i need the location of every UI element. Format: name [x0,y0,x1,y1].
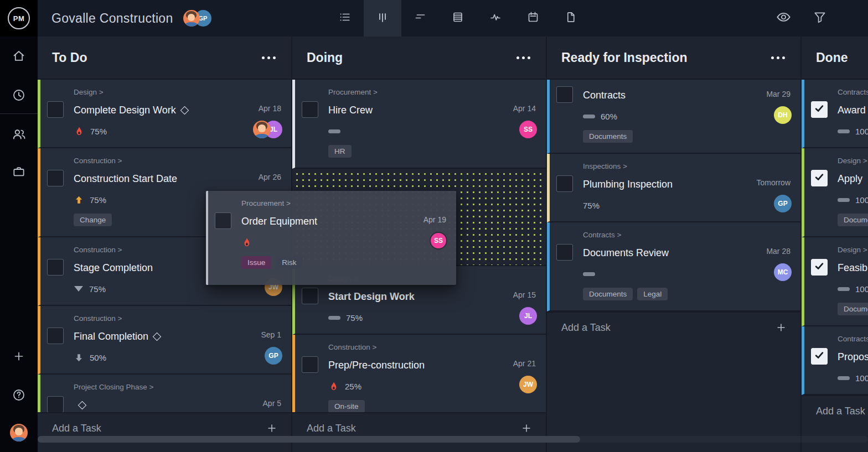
column-menu-button[interactable] [516,53,530,63]
task-tag[interactable]: Change [74,214,112,226]
task-title[interactable]: Complete Design Work [74,105,176,116]
task-checkbox[interactable] [47,396,64,413]
task-card[interactable]: Contracts >Documents ReviewDocumentsLega… [547,222,800,311]
user-photo-avatar[interactable] [10,424,28,441]
task-checkbox[interactable] [811,348,828,365]
column-menu-button[interactable] [262,53,276,63]
task-checkbox[interactable] [302,356,318,373]
user-photo-avatar[interactable] [253,121,271,138]
task-checkbox[interactable] [811,101,828,118]
task-phase-link[interactable]: Contracts > [838,335,868,343]
task-card[interactable]: Design >Complete Design Work75%Apr 18JL [38,80,291,148]
tab-list-view[interactable] [326,0,364,37]
task-title[interactable]: Award [838,105,866,116]
task-phase-link[interactable]: Procurement > [328,88,482,96]
tab-document-view[interactable] [552,0,590,37]
tab-board-view[interactable] [364,0,401,37]
task-card[interactable]: Contracts >Award100% [802,80,868,148]
task-title[interactable]: Order Equipment [241,216,317,227]
task-tag[interactable]: Documents [583,130,633,143]
project-members[interactable]: GP [183,10,211,27]
task-checkbox[interactable] [47,170,64,186]
task-checkbox[interactable] [811,259,828,276]
task-title[interactable]: Documents Review [583,247,669,259]
task-tag[interactable]: On-site [328,400,365,413]
task-tag[interactable]: Issue [241,256,271,269]
assignee-avatar[interactable]: GP [265,347,282,365]
assignee-avatar[interactable]: GP [774,195,792,212]
task-phase-link[interactable]: Design > [838,157,868,165]
task-checkbox[interactable] [215,212,231,229]
task-title[interactable]: Stage Completion [74,262,153,274]
filter-button[interactable] [813,10,827,27]
task-checkbox[interactable] [556,244,573,261]
task-phase-link[interactable]: Design > [838,246,868,254]
task-phase-link[interactable]: Construction > [74,246,227,254]
task-title[interactable]: Apply [838,173,862,185]
task-title[interactable]: Feasib [838,262,867,274]
assignee-avatar[interactable]: JW [519,376,537,393]
task-card[interactable]: Inspections >Plumbing Inspection75%Tomor… [547,154,800,222]
sidebar-user-avatar[interactable] [0,424,38,441]
tab-gantt-view[interactable] [401,0,439,37]
task-title[interactable]: Contracts [583,90,626,101]
task-checkbox[interactable] [47,259,64,276]
task-phase-link[interactable]: Contracts > [838,88,868,96]
task-phase-link[interactable]: Construction > [328,343,482,351]
eye-button[interactable] [776,9,792,28]
task-phase-link[interactable]: Procurement > [241,199,392,207]
task-title[interactable]: Hire Crew [328,105,373,116]
task-phase-link[interactable]: Construction > [74,157,227,165]
task-tag[interactable]: Documents [838,303,868,315]
task-card[interactable]: Design >Apply100%Documents [802,148,868,237]
column-menu-button[interactable] [771,53,785,63]
task-checkbox[interactable] [556,175,573,192]
task-tag[interactable]: Risk [276,256,302,269]
assignee-avatar[interactable]: SS [430,232,447,250]
task-card[interactable]: Design >Feasib100%Documents [802,237,868,326]
tab-calendar-view[interactable] [514,0,552,37]
task-title[interactable]: Plumbing Inspection [583,179,673,190]
task-checkbox[interactable] [811,170,828,186]
task-checkbox[interactable] [47,328,64,344]
task-checkbox[interactable] [302,288,318,304]
task-title[interactable]: Construction Start Date [74,173,177,185]
sidebar-team-button[interactable] [0,127,38,144]
task-card[interactable]: Construction >Final Completion50%Sep 1GP [38,306,291,375]
app-logo[interactable]: PM [0,0,38,37]
assignee-avatar[interactable]: MC [774,263,792,281]
task-title[interactable]: Prep/Pre-construction [328,360,425,371]
task-card[interactable]: Contracts60%DocumentsMar 29DH [547,80,800,154]
task-tag[interactable]: HR [328,145,352,158]
task-phase-link[interactable]: Project Closing Phase > [74,383,227,391]
add-task-button[interactable]: Add a Task [802,395,868,426]
dragged-card[interactable]: Procurement >Order EquipmentIssueRiskApr… [206,191,456,285]
task-phase-link[interactable]: Inspections > [583,162,736,170]
task-checkbox[interactable] [556,86,573,103]
task-title[interactable]: Propos [838,351,868,363]
tab-sheet-view[interactable] [439,0,477,37]
assignee-avatar[interactable]: JL [519,307,537,325]
task-checkbox[interactable] [47,101,64,118]
task-tag[interactable]: Documents [838,214,868,226]
task-title[interactable]: Final Completion [74,331,148,342]
assignee-avatar[interactable]: DH [774,106,792,124]
sidebar-clock-button[interactable] [0,88,38,105]
task-checkbox[interactable] [302,101,318,118]
task-card[interactable]: Construction >Prep/Pre-construction25%On… [292,335,546,424]
tab-activity-view[interactable] [477,0,514,37]
task-tag[interactable]: Documents [583,288,633,300]
assignee-avatar[interactable]: SS [519,121,537,138]
scrollbar-thumb[interactable] [38,436,580,443]
task-card[interactable]: Procurement >Hire CrewHRApr 14SS [292,80,546,169]
task-phase-link[interactable]: Design > [74,88,227,96]
task-phase-link[interactable]: Contracts > [583,231,736,239]
task-tag[interactable]: Legal [637,288,668,300]
sidebar-briefcase-button[interactable] [0,164,38,181]
task-card[interactable]: Contracts >Propos100% [802,326,868,395]
task-title[interactable]: Start Design Work [328,291,415,303]
user-photo-avatar[interactable] [183,10,200,27]
sidebar-help-button[interactable] [0,388,38,404]
add-task-button[interactable]: Add a Task [547,311,800,342]
task-phase-link[interactable]: Construction > [74,314,227,323]
